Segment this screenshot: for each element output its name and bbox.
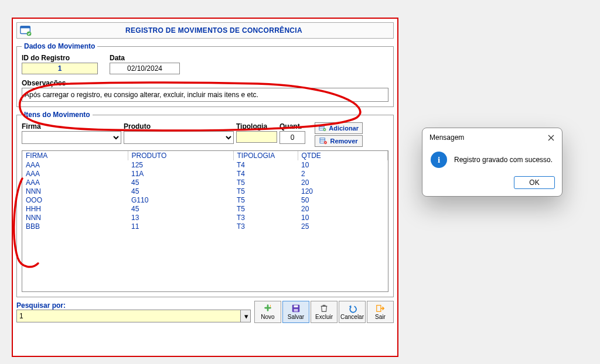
svg-rect-13	[294, 305, 298, 308]
table-row[interactable]: NNN45T5120	[22, 187, 388, 195]
new-icon: !	[262, 304, 273, 313]
form-title: REGISTRO DE MOVIMENTOS DE CONCORRÊNCIA	[35, 26, 393, 35]
cell-qtde: 120	[298, 187, 388, 195]
id-registro-input[interactable]	[22, 63, 98, 74]
svg-text:!: !	[270, 304, 271, 308]
cell-tipologia: T3	[233, 213, 298, 222]
novo-button[interactable]: ! Novo	[254, 301, 281, 323]
cell-produto: 13	[128, 213, 233, 222]
cell-tipologia: T5	[233, 178, 298, 187]
cell-firma: NNN	[22, 213, 128, 222]
cell-produto: 45	[128, 204, 233, 213]
message-dialog: Mensagem i Registro gravado com sucesso.…	[422, 128, 562, 197]
pesquisar-label: Pesquisar por:	[16, 301, 251, 310]
trash-icon	[319, 304, 329, 313]
cell-qtde: 20	[298, 178, 388, 187]
cell-tipologia: T4	[233, 169, 298, 178]
cell-tipologia: T4	[233, 160, 298, 169]
cell-qtde: 10	[298, 213, 388, 222]
svg-rect-1	[21, 26, 30, 29]
dados-legend: Dados do Movimento	[22, 42, 97, 50]
excluir-button[interactable]: Excluir	[311, 301, 338, 323]
table-row[interactable]: AAA11AT42	[22, 169, 388, 178]
firma-combo[interactable]	[22, 131, 121, 144]
cell-firma: HHH	[22, 204, 128, 213]
add-row-icon	[319, 125, 326, 132]
svg-rect-15	[377, 305, 381, 312]
title-bar: REGISTRO DE MOVIMENTOS DE CONCORRÊNCIA	[16, 22, 394, 39]
cell-tipologia: T5	[233, 187, 298, 195]
pesquisar-input[interactable]	[16, 310, 241, 322]
footer-bar: Pesquisar por: ▾ ! Novo Salvar Excluir C…	[16, 301, 394, 323]
cell-tipologia: T5	[233, 204, 298, 213]
cell-qtde: 2	[298, 169, 388, 178]
dialog-title: Mensagem	[429, 133, 464, 142]
close-icon	[548, 135, 554, 141]
col-produto[interactable]: PRODUTO	[128, 151, 233, 160]
cancelar-button[interactable]: Cancelar	[339, 301, 366, 323]
sair-button[interactable]: Sair	[367, 301, 394, 323]
table-row[interactable]: AAA45T520	[22, 178, 388, 187]
remove-row-icon	[319, 138, 328, 145]
tipologia-label: Tipologia	[236, 122, 277, 131]
itens-legend: Itens do Movimento	[22, 111, 93, 119]
obs-label: Observações	[22, 79, 388, 87]
data-label: Data	[110, 54, 180, 62]
grid-header-row: FIRMA PRODUTO TIPOLOGIA QTDE	[22, 151, 388, 160]
observacoes-input[interactable]	[22, 88, 388, 102]
dialog-close-button[interactable]	[544, 132, 557, 143]
cell-firma: NNN	[22, 187, 128, 195]
window-icon	[19, 24, 32, 37]
cell-produto: 45	[128, 178, 233, 187]
table-row[interactable]: HHH45T520	[22, 204, 388, 213]
svg-rect-14	[294, 309, 298, 311]
cell-produto: 11	[128, 222, 233, 231]
col-qtde[interactable]: QTDE	[298, 151, 388, 160]
cell-produto: 45	[128, 187, 233, 195]
cell-produto: 125	[128, 160, 233, 169]
main-form-panel: REGISTRO DE MOVIMENTOS DE CONCORRÊNCIA D…	[12, 18, 398, 357]
cell-tipologia: T5	[233, 195, 298, 204]
id-label: ID do Registro	[22, 54, 98, 62]
salvar-button[interactable]: Salvar	[282, 301, 309, 323]
tipologia-input[interactable]	[236, 131, 277, 143]
pesquisar-dropdown-button[interactable]: ▾	[240, 310, 251, 322]
cell-firma: OOO	[22, 195, 128, 204]
data-input[interactable]	[110, 63, 180, 74]
cell-qtde: 50	[298, 195, 388, 204]
remover-button[interactable]: Remover	[315, 135, 363, 147]
dialog-message: Registro gravado com sucesso.	[454, 156, 553, 164]
produto-combo[interactable]	[124, 131, 234, 144]
cell-firma: AAA	[22, 178, 128, 187]
save-icon	[291, 304, 301, 313]
table-row[interactable]: AAA125T410	[22, 160, 388, 169]
table-row[interactable]: BBB11T325	[22, 222, 388, 231]
table-row[interactable]: OOOG110T550	[22, 195, 388, 204]
itens-movimento-group: Itens do Movimento Firma Produto Tipolog…	[16, 111, 394, 297]
info-icon: i	[431, 152, 447, 168]
dados-movimento-group: Dados do Movimento ID do Registro Data O…	[16, 42, 394, 107]
cell-produto: 11A	[128, 169, 233, 178]
quant-label: Quant.	[279, 122, 312, 131]
produto-label: Produto	[124, 122, 234, 131]
firma-label: Firma	[22, 122, 121, 131]
exit-icon	[375, 304, 386, 313]
cell-firma: BBB	[22, 222, 128, 231]
quant-input[interactable]	[279, 131, 305, 144]
col-tipologia[interactable]: TIPOLOGIA	[233, 151, 298, 160]
cell-tipologia: T3	[233, 222, 298, 231]
cell-firma: AAA	[22, 169, 128, 178]
cell-firma: AAA	[22, 160, 128, 169]
dialog-ok-button[interactable]: OK	[514, 176, 555, 189]
itens-grid[interactable]: FIRMA PRODUTO TIPOLOGIA QTDE AAA125T410A…	[22, 150, 388, 292]
undo-icon	[347, 304, 357, 313]
cell-produto: G110	[128, 195, 233, 204]
col-firma[interactable]: FIRMA	[22, 151, 128, 160]
cell-qtde: 10	[298, 160, 388, 169]
table-row[interactable]: NNN13T310	[22, 213, 388, 222]
cell-qtde: 25	[298, 222, 388, 231]
cell-qtde: 20	[298, 204, 388, 213]
adicionar-button[interactable]: Adicionar	[315, 122, 363, 134]
